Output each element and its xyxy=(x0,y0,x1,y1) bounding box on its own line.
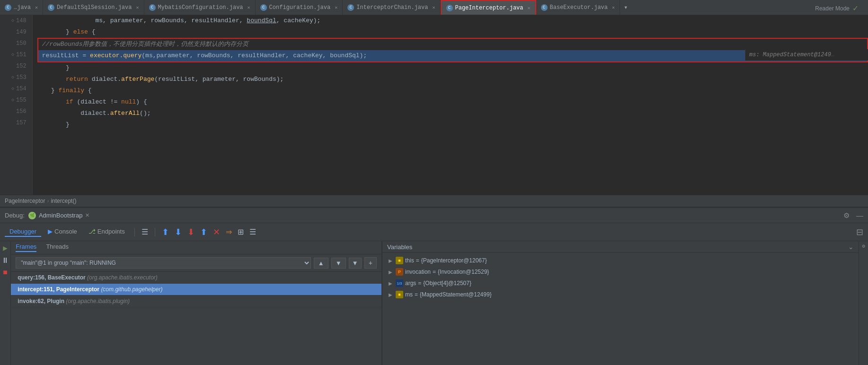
var-item-this[interactable]: ▶ ■ this = {PageInterceptor@12067} xyxy=(382,255,859,266)
debug-minimize-icon[interactable]: — xyxy=(856,211,863,219)
var-eq-ms: = xyxy=(415,291,418,298)
tab-label-pageinterceptor: PageInterceptor.java xyxy=(455,5,523,11)
debug-tab-endpoints[interactable]: ⎇Endpoints xyxy=(84,227,130,237)
toolbar-btn-list[interactable]: ☰ xyxy=(140,226,150,237)
frame-class-plugin: (org.apache.ibatis.plugin) xyxy=(66,298,130,304)
toolbar-btn-stop[interactable]: ✕ xyxy=(211,226,222,238)
resume-btn[interactable]: ▶ xyxy=(0,243,10,253)
tab-close-configuration[interactable]: ✕ xyxy=(335,5,337,10)
layout-toggle-icon[interactable]: ⊟ xyxy=(856,227,863,237)
code-line-150: //rowBounds用参数值，不使用分页插件处理时，仍然支持默认的内存分页 xyxy=(37,38,868,50)
tab-pageinterceptor[interactable]: C PageInterceptor.java ✕ xyxy=(441,0,536,15)
tab-close-interceptorchain[interactable]: ✕ xyxy=(432,5,435,10)
debug-header: Debug: 🌿 AdminBootstrap ✕ ⚙ — xyxy=(0,208,868,223)
tab-icon-interceptorchain: C xyxy=(347,4,354,11)
code-line-153: return dialect.afterPage(resultList, par… xyxy=(36,74,868,85)
debug-tab-debugger[interactable]: Debugger xyxy=(5,227,41,237)
var-item-args[interactable]: ▶ 1/3 args = {Object[4]@12507} xyxy=(382,278,859,289)
debug-session-close[interactable]: ✕ xyxy=(85,212,89,218)
tab-close-partial[interactable]: ✕ xyxy=(35,5,38,10)
breadcrumb: PageInterceptor › intercept() xyxy=(0,195,868,207)
toolbar-btn-step-out[interactable]: ⬆ xyxy=(198,226,209,238)
gutter-153: ◇ xyxy=(11,72,14,83)
var-name-this: this xyxy=(405,257,414,264)
var-icon-ms: ■ xyxy=(396,291,403,298)
var-item-ms[interactable]: ▶ ■ ms = {MappedStatement@12499} xyxy=(382,289,859,300)
tab-defaultsqlsession[interactable]: C DefaultSqlSession.java ✕ xyxy=(43,0,144,15)
breadcrumb-method: intercept() xyxy=(51,198,76,204)
frame-item-pageinterceptor[interactable]: intercept:151, PageInterceptor (com.gith… xyxy=(11,284,381,295)
right-side-panel: ⚙ xyxy=(859,241,868,365)
frame-item-baseexecutor[interactable]: query:156, BaseExecutor (org.apache.ibat… xyxy=(11,272,381,284)
tab-configuration[interactable]: C Configuration.java ✕ xyxy=(256,0,343,15)
var-val-args: {Object[4]@12507} xyxy=(423,280,471,287)
gutter-154: ◇ xyxy=(11,83,14,95)
frames-tab-frames[interactable]: Frames xyxy=(16,243,36,252)
var-icon-this: ■ xyxy=(396,257,403,264)
side-panel-toggle[interactable]: ⚙ xyxy=(860,243,867,249)
var-icon-args: 1/3 xyxy=(396,279,403,287)
var-expand-args[interactable]: ▶ xyxy=(387,280,394,287)
gutter-148: ◇ xyxy=(11,15,14,26)
variables-list: ▶ ■ this = {PageInterceptor@12067} ▶ P i… xyxy=(382,253,859,365)
tab-close-mybatisconfig[interactable]: ✕ xyxy=(248,5,250,10)
tab-close-defaultsqlsession[interactable]: ✕ xyxy=(136,5,139,10)
gutter-151: ◇ xyxy=(11,49,14,61)
tab-java-partial[interactable]: C …java ✕ xyxy=(0,0,43,15)
pause-btn[interactable]: ⏸ xyxy=(0,255,10,266)
thread-filter-btn[interactable]: ▼ xyxy=(349,258,362,269)
thread-dropdown[interactable]: "main"@1 in group "main": RUNNING xyxy=(16,257,311,269)
code-line-151: resultList = executor.query(ms,parameter… xyxy=(37,50,868,62)
var-eq-invocation: = xyxy=(433,269,436,275)
tab-icon-defaultsqlsession: C xyxy=(48,4,54,11)
tab-icon-configuration: C xyxy=(260,4,267,11)
gutter-155: ◇ xyxy=(11,95,14,106)
line-num-150: 150 xyxy=(4,38,28,49)
frame-method-baseexecutor: query:156, BaseExecutor xyxy=(18,274,87,281)
frames-list: query:156, BaseExecutor (org.apache.ibat… xyxy=(11,272,381,365)
tab-icon-baseexecutor: C xyxy=(541,4,548,11)
toolbar-btn-step-into-force[interactable]: ⬇ xyxy=(186,226,196,238)
toolbar-btn-step-over[interactable]: ⬆ xyxy=(160,226,171,238)
tab-interceptorchain[interactable]: C InterceptorChain.java ✕ xyxy=(343,0,440,15)
tab-bar: C …java ✕ C DefaultSqlSession.java ✕ C M… xyxy=(0,0,868,15)
tab-close-baseexecutor[interactable]: ✕ xyxy=(612,5,615,10)
debug-session-name: AdminBootstrap xyxy=(39,212,83,219)
frames-section: ▶ ⏸ ■ Frames Threads "main"@1 in group "… xyxy=(0,241,382,365)
toolbar-btn-step-into[interactable]: ⬇ xyxy=(173,226,184,238)
reader-mode-area: Reader Mode ✓ xyxy=(815,4,859,13)
frame-item-plugin[interactable]: invoke:62, Plugin (org.apache.ibatis.plu… xyxy=(11,295,381,307)
variables-expand-icon[interactable]: ⌄ xyxy=(848,243,854,251)
thread-add-btn[interactable]: + xyxy=(364,257,377,269)
tab-label-mybatisconfig: MybatisConfiguration.java xyxy=(158,4,243,11)
tab-mybatisconfig[interactable]: C MybatisConfiguration.java ✕ xyxy=(144,0,256,15)
tab-close-pageinterceptor[interactable]: ✕ xyxy=(528,5,531,11)
debug-toolbar: Debugger ▶Console ⎇Endpoints ☰ ⬆ ⬇ ⬇ ⬆ ✕… xyxy=(0,223,868,241)
toolbar-btn-evaluate[interactable]: ⇒ xyxy=(224,226,234,237)
toolbar-btn-settings2[interactable]: ☰ xyxy=(248,226,258,237)
var-expand-ms[interactable]: ▶ xyxy=(387,291,394,298)
thread-nav-up[interactable]: ▲ xyxy=(314,258,328,269)
var-expand-invocation[interactable]: ▶ xyxy=(387,269,394,275)
reader-mode-checkmark[interactable]: ✓ xyxy=(852,4,859,13)
stop-btn[interactable]: ■ xyxy=(0,268,10,278)
line-num-155: ◇ 155 xyxy=(4,95,28,106)
tab-more-btn[interactable]: ▾ xyxy=(620,3,631,11)
variables-title: Variables xyxy=(387,243,412,251)
frame-class-pageinterceptor: (com.github.pagehelper) xyxy=(101,286,162,293)
editor-area: ◇ 148 149 150 ◇ 151 152 xyxy=(0,15,868,195)
thread-nav-down[interactable]: ▼ xyxy=(331,258,346,269)
debug-settings-icon[interactable]: ⚙ xyxy=(843,211,850,220)
line-num-152: 152 xyxy=(4,61,28,72)
code-line-152: } xyxy=(36,62,868,74)
frames-tab-threads[interactable]: Threads xyxy=(46,243,69,252)
debug-tab-console[interactable]: ▶Console xyxy=(43,227,82,237)
toolbar-btn-grid[interactable]: ⊞ xyxy=(236,226,246,237)
right-hint: ms: MappedStatement@1249… xyxy=(745,49,868,61)
left-controls: ▶ ⏸ ■ xyxy=(0,241,11,365)
code-lines[interactable]: ms, parameter, rowBounds, resultHandler,… xyxy=(33,15,868,195)
tab-baseexecutor[interactable]: C BaseExecutor.java ✕ xyxy=(536,0,620,15)
var-item-invocation[interactable]: ▶ P invocation = {Invocation@12529} xyxy=(382,266,859,278)
tab-icon-partial: C xyxy=(5,4,11,11)
var-expand-this[interactable]: ▶ xyxy=(387,257,394,264)
